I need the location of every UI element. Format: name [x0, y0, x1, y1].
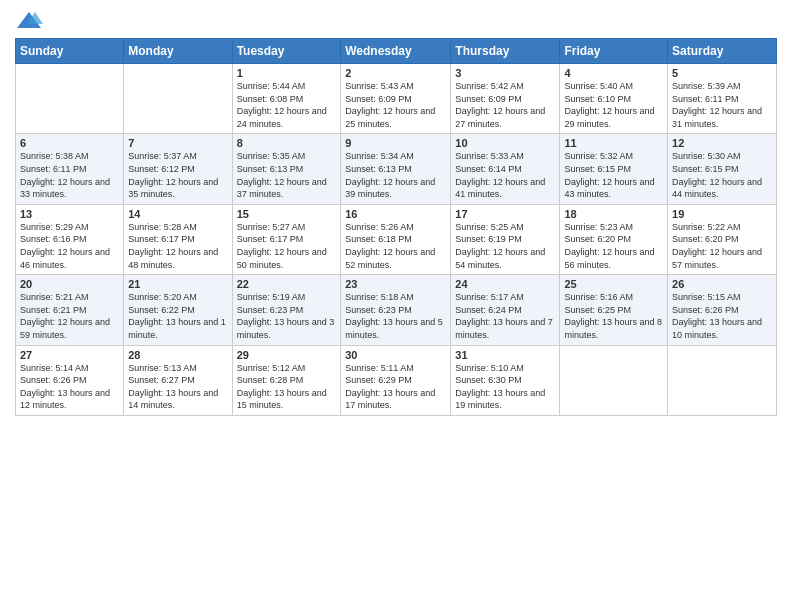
day-number: 15: [237, 208, 337, 220]
day-number: 31: [455, 349, 555, 361]
calendar-cell: 18Sunrise: 5:23 AM Sunset: 6:20 PM Dayli…: [560, 204, 668, 274]
day-info: Sunrise: 5:28 AM Sunset: 6:17 PM Dayligh…: [128, 221, 227, 271]
header: [15, 10, 777, 32]
calendar-cell: 6Sunrise: 5:38 AM Sunset: 6:11 PM Daylig…: [16, 134, 124, 204]
day-info: Sunrise: 5:20 AM Sunset: 6:22 PM Dayligh…: [128, 291, 227, 341]
calendar-day-header: Sunday: [16, 39, 124, 64]
calendar-cell: 16Sunrise: 5:26 AM Sunset: 6:18 PM Dayli…: [341, 204, 451, 274]
calendar-cell: 12Sunrise: 5:30 AM Sunset: 6:15 PM Dayli…: [668, 134, 777, 204]
calendar-cell: 29Sunrise: 5:12 AM Sunset: 6:28 PM Dayli…: [232, 345, 341, 415]
calendar-cell: 5Sunrise: 5:39 AM Sunset: 6:11 PM Daylig…: [668, 64, 777, 134]
calendar-cell: 14Sunrise: 5:28 AM Sunset: 6:17 PM Dayli…: [124, 204, 232, 274]
calendar-cell: 11Sunrise: 5:32 AM Sunset: 6:15 PM Dayli…: [560, 134, 668, 204]
calendar-cell: 10Sunrise: 5:33 AM Sunset: 6:14 PM Dayli…: [451, 134, 560, 204]
day-number: 16: [345, 208, 446, 220]
calendar-table: SundayMondayTuesdayWednesdayThursdayFrid…: [15, 38, 777, 416]
calendar-cell: [16, 64, 124, 134]
day-number: 2: [345, 67, 446, 79]
day-number: 17: [455, 208, 555, 220]
calendar-cell: 3Sunrise: 5:42 AM Sunset: 6:09 PM Daylig…: [451, 64, 560, 134]
calendar-cell: 19Sunrise: 5:22 AM Sunset: 6:20 PM Dayli…: [668, 204, 777, 274]
day-info: Sunrise: 5:19 AM Sunset: 6:23 PM Dayligh…: [237, 291, 337, 341]
day-info: Sunrise: 5:32 AM Sunset: 6:15 PM Dayligh…: [564, 150, 663, 200]
day-number: 26: [672, 278, 772, 290]
calendar-cell: 4Sunrise: 5:40 AM Sunset: 6:10 PM Daylig…: [560, 64, 668, 134]
logo-icon: [15, 10, 43, 32]
day-info: Sunrise: 5:17 AM Sunset: 6:24 PM Dayligh…: [455, 291, 555, 341]
day-info: Sunrise: 5:40 AM Sunset: 6:10 PM Dayligh…: [564, 80, 663, 130]
day-info: Sunrise: 5:33 AM Sunset: 6:14 PM Dayligh…: [455, 150, 555, 200]
page: SundayMondayTuesdayWednesdayThursdayFrid…: [0, 0, 792, 612]
calendar-cell: 30Sunrise: 5:11 AM Sunset: 6:29 PM Dayli…: [341, 345, 451, 415]
day-info: Sunrise: 5:21 AM Sunset: 6:21 PM Dayligh…: [20, 291, 119, 341]
day-info: Sunrise: 5:22 AM Sunset: 6:20 PM Dayligh…: [672, 221, 772, 271]
day-info: Sunrise: 5:38 AM Sunset: 6:11 PM Dayligh…: [20, 150, 119, 200]
day-number: 5: [672, 67, 772, 79]
calendar-cell: 21Sunrise: 5:20 AM Sunset: 6:22 PM Dayli…: [124, 275, 232, 345]
day-number: 11: [564, 137, 663, 149]
calendar-cell: 31Sunrise: 5:10 AM Sunset: 6:30 PM Dayli…: [451, 345, 560, 415]
calendar-cell: 7Sunrise: 5:37 AM Sunset: 6:12 PM Daylig…: [124, 134, 232, 204]
day-info: Sunrise: 5:42 AM Sunset: 6:09 PM Dayligh…: [455, 80, 555, 130]
calendar-cell: 15Sunrise: 5:27 AM Sunset: 6:17 PM Dayli…: [232, 204, 341, 274]
day-number: 1: [237, 67, 337, 79]
calendar-cell: 13Sunrise: 5:29 AM Sunset: 6:16 PM Dayli…: [16, 204, 124, 274]
day-info: Sunrise: 5:23 AM Sunset: 6:20 PM Dayligh…: [564, 221, 663, 271]
day-number: 23: [345, 278, 446, 290]
day-info: Sunrise: 5:34 AM Sunset: 6:13 PM Dayligh…: [345, 150, 446, 200]
calendar-day-header: Wednesday: [341, 39, 451, 64]
calendar-day-header: Thursday: [451, 39, 560, 64]
day-info: Sunrise: 5:26 AM Sunset: 6:18 PM Dayligh…: [345, 221, 446, 271]
day-info: Sunrise: 5:30 AM Sunset: 6:15 PM Dayligh…: [672, 150, 772, 200]
day-number: 19: [672, 208, 772, 220]
day-info: Sunrise: 5:15 AM Sunset: 6:26 PM Dayligh…: [672, 291, 772, 341]
day-number: 20: [20, 278, 119, 290]
calendar-cell: [124, 64, 232, 134]
day-number: 6: [20, 137, 119, 149]
day-info: Sunrise: 5:18 AM Sunset: 6:23 PM Dayligh…: [345, 291, 446, 341]
day-number: 29: [237, 349, 337, 361]
calendar-cell: 17Sunrise: 5:25 AM Sunset: 6:19 PM Dayli…: [451, 204, 560, 274]
day-info: Sunrise: 5:13 AM Sunset: 6:27 PM Dayligh…: [128, 362, 227, 412]
calendar-cell: [560, 345, 668, 415]
calendar-cell: 27Sunrise: 5:14 AM Sunset: 6:26 PM Dayli…: [16, 345, 124, 415]
calendar-day-header: Monday: [124, 39, 232, 64]
day-number: 3: [455, 67, 555, 79]
calendar-cell: 26Sunrise: 5:15 AM Sunset: 6:26 PM Dayli…: [668, 275, 777, 345]
calendar-cell: 9Sunrise: 5:34 AM Sunset: 6:13 PM Daylig…: [341, 134, 451, 204]
calendar-day-header: Friday: [560, 39, 668, 64]
calendar-cell: 23Sunrise: 5:18 AM Sunset: 6:23 PM Dayli…: [341, 275, 451, 345]
calendar-day-header: Saturday: [668, 39, 777, 64]
day-number: 30: [345, 349, 446, 361]
day-info: Sunrise: 5:39 AM Sunset: 6:11 PM Dayligh…: [672, 80, 772, 130]
day-number: 7: [128, 137, 227, 149]
calendar-cell: 8Sunrise: 5:35 AM Sunset: 6:13 PM Daylig…: [232, 134, 341, 204]
day-number: 22: [237, 278, 337, 290]
day-info: Sunrise: 5:14 AM Sunset: 6:26 PM Dayligh…: [20, 362, 119, 412]
day-number: 9: [345, 137, 446, 149]
day-info: Sunrise: 5:12 AM Sunset: 6:28 PM Dayligh…: [237, 362, 337, 412]
calendar-cell: [668, 345, 777, 415]
day-info: Sunrise: 5:37 AM Sunset: 6:12 PM Dayligh…: [128, 150, 227, 200]
day-number: 14: [128, 208, 227, 220]
day-info: Sunrise: 5:27 AM Sunset: 6:17 PM Dayligh…: [237, 221, 337, 271]
calendar-cell: 24Sunrise: 5:17 AM Sunset: 6:24 PM Dayli…: [451, 275, 560, 345]
calendar-header-row: SundayMondayTuesdayWednesdayThursdayFrid…: [16, 39, 777, 64]
day-number: 28: [128, 349, 227, 361]
calendar-week-row: 6Sunrise: 5:38 AM Sunset: 6:11 PM Daylig…: [16, 134, 777, 204]
calendar-day-header: Tuesday: [232, 39, 341, 64]
calendar-cell: 28Sunrise: 5:13 AM Sunset: 6:27 PM Dayli…: [124, 345, 232, 415]
calendar-cell: 22Sunrise: 5:19 AM Sunset: 6:23 PM Dayli…: [232, 275, 341, 345]
calendar-week-row: 1Sunrise: 5:44 AM Sunset: 6:08 PM Daylig…: [16, 64, 777, 134]
day-info: Sunrise: 5:44 AM Sunset: 6:08 PM Dayligh…: [237, 80, 337, 130]
day-info: Sunrise: 5:25 AM Sunset: 6:19 PM Dayligh…: [455, 221, 555, 271]
day-info: Sunrise: 5:43 AM Sunset: 6:09 PM Dayligh…: [345, 80, 446, 130]
day-number: 8: [237, 137, 337, 149]
day-info: Sunrise: 5:29 AM Sunset: 6:16 PM Dayligh…: [20, 221, 119, 271]
day-number: 25: [564, 278, 663, 290]
day-number: 24: [455, 278, 555, 290]
calendar-week-row: 27Sunrise: 5:14 AM Sunset: 6:26 PM Dayli…: [16, 345, 777, 415]
day-number: 12: [672, 137, 772, 149]
day-number: 27: [20, 349, 119, 361]
logo: [15, 10, 47, 32]
